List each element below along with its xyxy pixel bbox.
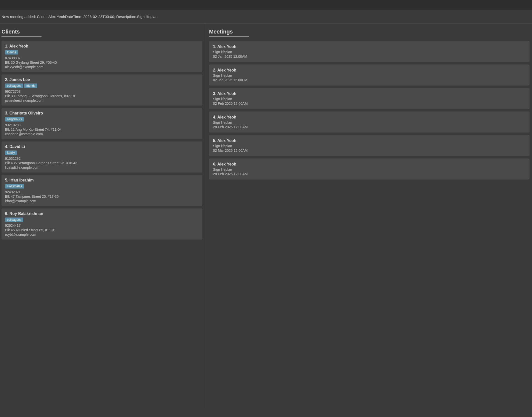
client-number-name: 1. Alex Yeoh bbox=[5, 44, 199, 48]
meeting-card[interactable]: 4. Alex YeohSign lifeplan28 Feb 2025 12.… bbox=[209, 112, 530, 132]
client-tag: colleagues bbox=[5, 218, 23, 222]
meeting-datetime: 02 Mar 2025 12.00AM bbox=[213, 148, 526, 152]
client-phone: 93210283 bbox=[5, 123, 199, 127]
meetings-section: Meetings 1. Alex YeohSign lifeplan02 Jan… bbox=[205, 24, 532, 408]
meeting-datetime: 28 Feb 2026 12.00AM bbox=[213, 172, 526, 176]
notification-message: New meeting added: Client: Alex YeohDate… bbox=[2, 14, 158, 19]
client-card[interactable]: 1. Alex Yeohfriends87438807Blk 30 Geylan… bbox=[2, 41, 202, 72]
main-container: Clients 1. Alex Yeohfriends87438807Blk 3… bbox=[0, 24, 532, 408]
meetings-list: 1. Alex YeohSign lifeplan02 Jan 2025 12.… bbox=[209, 41, 530, 180]
client-email: charlotte@example.com bbox=[5, 132, 199, 136]
meeting-number-name: 1. Alex Yeoh bbox=[213, 44, 526, 49]
meeting-number-name: 5. Alex Yeoh bbox=[213, 138, 526, 143]
meeting-description: Sign lifeplan bbox=[213, 50, 526, 54]
client-email: alexyeoh@example.com bbox=[5, 65, 199, 69]
client-address: Blk 436 Serangoon Gardens Street 26, #16… bbox=[5, 161, 199, 165]
client-email: irfan@example.com bbox=[5, 199, 199, 203]
tag-container: friends bbox=[5, 50, 199, 54]
clients-list: 1. Alex Yeohfriends87438807Blk 30 Geylan… bbox=[2, 41, 202, 240]
client-tag: classmates bbox=[5, 184, 24, 188]
client-phone: 99272758 bbox=[5, 90, 199, 94]
meeting-number-name: 4. Alex Yeoh bbox=[213, 115, 526, 120]
client-card[interactable]: 4. David Lifamily91031282Blk 436 Serango… bbox=[2, 142, 202, 172]
client-address: Blk 45 Aljunied Street 85, #11-31 bbox=[5, 228, 199, 232]
meeting-description: Sign lifeplan bbox=[213, 97, 526, 101]
client-tag: neighbours bbox=[5, 117, 24, 122]
client-number-name: 3. Charlotte Oliveiro bbox=[5, 111, 199, 116]
meeting-number-name: 3. Alex Yeoh bbox=[213, 92, 526, 96]
client-tag: colleagues bbox=[5, 84, 23, 88]
meeting-card[interactable]: 6. Alex YeohSign lifeplan28 Feb 2026 12.… bbox=[209, 158, 530, 180]
meetings-title: Meetings bbox=[209, 28, 249, 37]
client-address: Blk 30 Geylang Street 29, #06-40 bbox=[5, 60, 199, 64]
meeting-datetime: 02 Jan 2025 12.00PM bbox=[213, 78, 526, 82]
client-card[interactable]: 5. Irfan Ibrahimclassmates92492021Blk 47… bbox=[2, 175, 202, 206]
client-number-name: 2. James Lee bbox=[5, 78, 199, 82]
client-phone: 92492021 bbox=[5, 190, 199, 194]
client-address: Blk 11 Ang Mo Kio Street 74, #11-04 bbox=[5, 128, 199, 132]
client-card[interactable]: 2. James Leecolleaguesfriends99272758Blk… bbox=[2, 74, 202, 106]
tag-container: classmates bbox=[5, 184, 199, 188]
meeting-card[interactable]: 2. Alex YeohSign lifeplan02 Jan 2025 12.… bbox=[209, 64, 530, 86]
client-phone: 87438807 bbox=[5, 56, 199, 60]
client-tag: friends bbox=[24, 84, 37, 88]
client-tag: family bbox=[5, 150, 17, 155]
meeting-description: Sign lifeplan bbox=[213, 120, 526, 124]
tag-container: family bbox=[5, 150, 199, 155]
client-email: royb@example.com bbox=[5, 232, 199, 236]
meeting-description: Sign lifeplan bbox=[213, 168, 526, 172]
top-bar bbox=[0, 0, 532, 10]
client-number-name: 4. David Li bbox=[5, 144, 199, 149]
meeting-card[interactable]: 5. Alex YeohSign lifeplan02 Mar 2025 12.… bbox=[209, 135, 530, 156]
meeting-description: Sign lifeplan bbox=[213, 74, 526, 78]
meeting-datetime: 02 Feb 2025 12.00AM bbox=[213, 102, 526, 106]
meeting-description: Sign lifeplan bbox=[213, 144, 526, 148]
meeting-datetime: 02 Jan 2025 12.00AM bbox=[213, 54, 526, 58]
tag-container: colleaguesfriends bbox=[5, 84, 199, 88]
client-tag: friends bbox=[5, 50, 18, 54]
client-email: lidavid@example.com bbox=[5, 166, 199, 170]
meeting-card[interactable]: 1. Alex YeohSign lifeplan02 Jan 2025 12.… bbox=[209, 41, 530, 62]
tag-container: neighbours bbox=[5, 117, 199, 122]
client-address: Blk 30 Lorong 3 Serangoon Gardens, #07-1… bbox=[5, 94, 199, 98]
meeting-number-name: 2. Alex Yeoh bbox=[213, 68, 526, 72]
meeting-datetime: 28 Feb 2025 12.00AM bbox=[213, 125, 526, 129]
client-card[interactable]: 3. Charlotte Oliveironeighbours93210283B… bbox=[2, 108, 202, 139]
clients-section: Clients 1. Alex Yeohfriends87438807Blk 3… bbox=[0, 24, 205, 408]
client-card[interactable]: 6. Roy Balakrishnancolleagues92624417Blk… bbox=[2, 208, 202, 240]
notification-bar: New meeting added: Client: Alex YeohDate… bbox=[0, 10, 532, 24]
client-email: jameslee@example.com bbox=[5, 98, 199, 102]
meeting-number-name: 6. Alex Yeoh bbox=[213, 162, 526, 166]
tag-container: colleagues bbox=[5, 218, 199, 222]
client-address: Blk 47 Tampines Street 20, #17-35 bbox=[5, 194, 199, 198]
client-number-name: 6. Roy Balakrishnan bbox=[5, 212, 199, 216]
client-phone: 92624417 bbox=[5, 224, 199, 228]
client-phone: 91031282 bbox=[5, 156, 199, 160]
meeting-card[interactable]: 3. Alex YeohSign lifeplan02 Feb 2025 12.… bbox=[209, 88, 530, 109]
client-number-name: 5. Irfan Ibrahim bbox=[5, 178, 199, 182]
clients-title: Clients bbox=[2, 28, 42, 37]
